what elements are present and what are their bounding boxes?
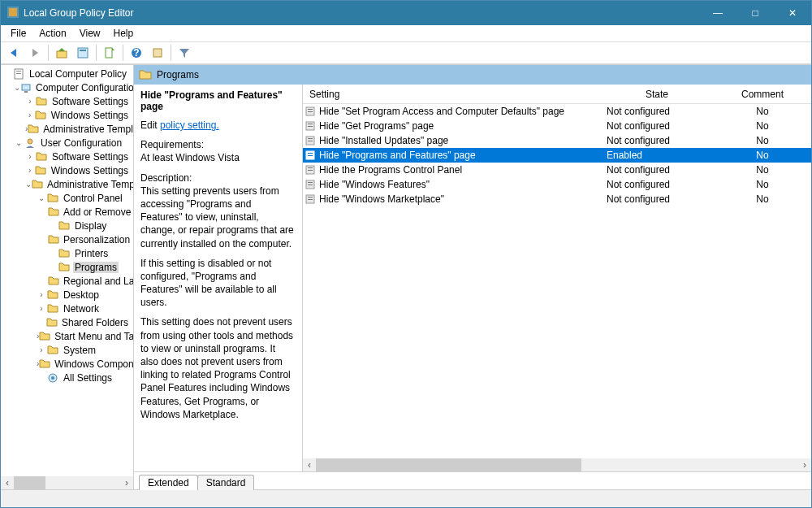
expander-icon[interactable]: ⌄ [37,193,46,202]
expander-icon[interactable]: › [25,166,34,175]
expander-icon[interactable]: › [25,152,35,161]
tree-label: All Settings [62,372,114,384]
tree-item[interactable]: ›Software Settings [1,150,133,163]
minimize-button[interactable]: ― [699,1,736,25]
tree-item[interactable]: ›System [1,343,133,357]
tree-item[interactable]: ›Windows Settings [1,163,133,177]
filter-button[interactable] [175,43,194,63]
tree-item[interactable]: ›Administrative Templates [1,122,133,136]
menu-action[interactable]: Action [32,26,72,41]
tree-label: Windows Settings [50,165,130,176]
scroll-left-icon[interactable]: ‹ [303,458,316,471]
svg-rect-10 [16,71,21,72]
policy-tree[interactable]: Local Computer Policy⌄Computer Configura… [1,65,133,476]
computer-icon [20,81,32,94]
forward-button[interactable] [25,43,45,63]
list-scrollbar[interactable]: ‹ › [303,458,811,471]
svg-rect-13 [24,91,28,93]
settings-icon [46,371,59,384]
expander-icon[interactable]: › [37,304,46,313]
tree-item[interactable]: ⌄Computer Configuration [1,80,133,94]
tree-item[interactable]: ⌄Administrative Templates [1,177,133,191]
menu-help[interactable]: Help [107,26,140,41]
tree-label: Display [73,220,108,232]
menu-file[interactable]: File [4,26,32,41]
tree-item[interactable]: ›Start Menu and Taskbar [1,329,133,343]
tab-standard[interactable]: Standard [197,475,255,490]
tree-item[interactable]: ›Software Settings [1,94,133,108]
folder-icon [48,206,59,219]
tree-item[interactable]: Add or Remove Programs [1,205,133,219]
tree-item[interactable]: ›Network [1,302,133,315]
menubar: File Action View Help [1,25,811,41]
svg-rect-22 [308,126,313,127]
expander-icon[interactable]: › [37,345,46,354]
col-setting[interactable]: Setting [303,89,600,100]
tree-item[interactable]: Personalization [1,232,133,246]
setting-row[interactable]: Hide "Windows Features"Not configuredNo [303,177,811,192]
setting-row[interactable]: Hide "Get Programs" pageNot configuredNo [303,119,811,133]
up-button[interactable] [52,43,71,63]
maximize-button[interactable]: □ [736,1,774,25]
col-state[interactable]: State [600,89,714,100]
tree-item[interactable]: ⌄User Configuration [1,136,133,150]
tree-item[interactable]: Display [1,219,133,232]
menu-view[interactable]: View [73,26,107,41]
tree-label: Administrative Templates [45,179,133,190]
expander-icon[interactable]: › [25,111,34,119]
export-button[interactable] [148,43,167,63]
tree-item[interactable]: Printers [1,246,133,260]
tree-item[interactable]: Regional and Language [1,274,133,288]
scroll-right-icon[interactable]: › [120,476,133,489]
expander-icon[interactable]: ⌄ [14,138,24,147]
edit-policy-link[interactable]: policy setting. [160,119,219,131]
folder-icon [39,330,50,343]
tree-item[interactable]: All Settings [1,371,133,384]
expander-icon[interactable]: ⌄ [14,83,20,92]
tree-item[interactable]: ›Windows Components [1,357,133,371]
tree-item[interactable]: Local Computer Policy [1,67,133,80]
svg-rect-25 [308,141,313,141]
setting-row[interactable]: Hide "Installed Updates" pageNot configu… [303,133,811,148]
col-comment[interactable]: Comment [714,89,811,100]
setting-icon [303,164,317,176]
scroll-right-icon[interactable]: › [798,458,811,471]
setting-row[interactable]: Hide "Windows Marketplace"Not configured… [303,192,811,206]
tree-scrollbar[interactable]: ‹ › [1,476,133,489]
setting-label: Hide "Programs and Features" page [317,150,600,161]
tree-label: Shared Folders [60,317,130,328]
expander-icon[interactable]: ⌄ [25,180,32,189]
expander-icon[interactable]: › [25,97,35,106]
svg-rect-31 [308,170,313,171]
setting-row[interactable]: Hide "Programs and Features" pageEnabled… [303,148,811,163]
tree-item[interactable]: ⌄Control Panel [1,191,133,205]
setting-icon [303,135,317,146]
svg-rect-2 [57,51,67,58]
tree-label: Software Settings [50,151,130,163]
tab-extended[interactable]: Extended [139,475,198,490]
properties-button[interactable] [73,43,93,63]
close-button[interactable]: ✕ [774,1,811,25]
tree-label: Control Panel [62,193,124,204]
folder-icon [58,219,71,232]
tree-item[interactable]: Shared Folders [1,315,133,329]
setting-icon [303,120,317,132]
list-body[interactable]: Hide "Set Program Access and Computer De… [303,104,811,458]
folder-icon [46,289,59,302]
tree-label: Add or Remove Programs [62,206,133,218]
setting-comment: No [714,179,811,190]
setting-row[interactable]: Hide the Programs Control PanelNot confi… [303,163,811,177]
refresh-button[interactable] [100,43,119,63]
help-button[interactable]: ? [127,43,146,63]
tree-label: Programs [73,262,119,273]
tree-label: System [62,345,97,356]
tree-item[interactable]: ›Windows Settings [1,108,133,122]
svg-rect-21 [308,124,313,124]
setting-row[interactable]: Hide "Set Program Access and Computer De… [303,104,811,119]
back-button[interactable] [4,43,24,63]
tree-item[interactable]: Programs [1,260,133,274]
expander-icon[interactable]: › [37,290,46,299]
tree-item[interactable]: ›Desktop [1,288,133,302]
setting-comment: No [714,106,811,117]
scroll-left-icon[interactable]: ‹ [1,476,14,489]
